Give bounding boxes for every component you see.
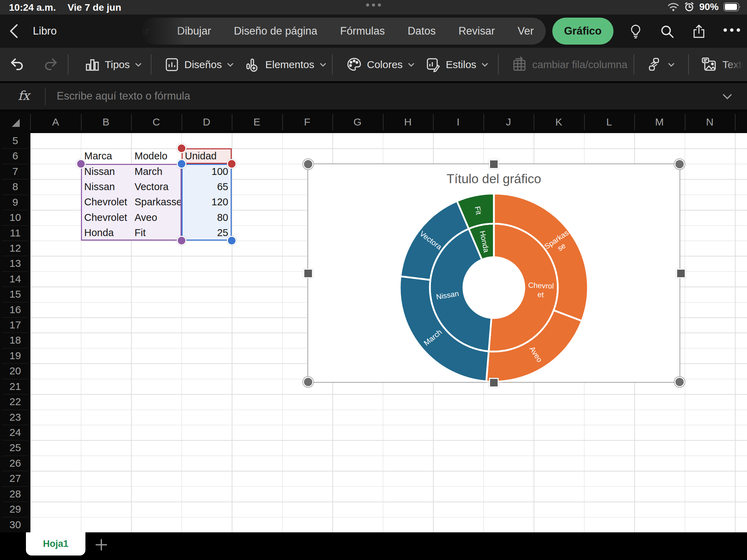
ideas-lightbulb-icon[interactable]	[628, 24, 644, 39]
row-header-26[interactable]: 26	[0, 456, 30, 471]
chevron-down-icon	[319, 60, 327, 69]
row-header-16[interactable]: 16	[0, 302, 30, 317]
values-handle-bottom-right[interactable]	[227, 236, 237, 245]
chart-layouts-button[interactable]: Diseños	[164, 48, 234, 81]
cell-marca-header[interactable]: Marca	[84, 148, 112, 164]
column-header-C[interactable]: C	[153, 116, 160, 128]
tab-diseño-de-página[interactable]: Diseño de página	[234, 25, 317, 37]
more-ellipsis-icon[interactable]	[723, 28, 741, 32]
chart-types-button[interactable]: Tipos	[84, 48, 142, 81]
column-header-G[interactable]: G	[353, 116, 361, 128]
formula-expand-chevron-icon[interactable]	[721, 91, 734, 102]
header-separator	[383, 114, 384, 130]
chart-handle-top-right[interactable]	[674, 159, 685, 169]
row-header-29[interactable]: 29	[0, 502, 30, 517]
column-header-M[interactable]: M	[655, 116, 664, 128]
column-header-H[interactable]: H	[404, 116, 412, 128]
tab-ver[interactable]: Ver	[518, 25, 534, 37]
column-header-B[interactable]: B	[102, 116, 109, 128]
chart-colors-button[interactable]: Colores	[346, 48, 415, 81]
chart-handle-bottom-right[interactable]	[674, 377, 685, 387]
chart-handle-left[interactable]	[303, 269, 313, 278]
column-header-J[interactable]: J	[506, 116, 511, 128]
chart-styles-button[interactable]: Estilos	[425, 48, 489, 81]
select-all-corner[interactable]	[10, 118, 21, 128]
column-header-F[interactable]: F	[304, 116, 310, 128]
search-icon[interactable]	[659, 24, 675, 39]
row-header-12[interactable]: 12	[0, 241, 30, 256]
undo-button[interactable]	[9, 48, 26, 81]
tab-insertar-clipped[interactable]: tar	[136, 25, 149, 38]
row-header-21[interactable]: 21	[0, 379, 30, 394]
chart-handle-top-left[interactable]	[303, 159, 313, 169]
add-sheet-button[interactable]	[94, 538, 109, 552]
row-header-19[interactable]: 19	[0, 348, 30, 363]
tab-fórmulas[interactable]: Fórmulas	[340, 25, 385, 37]
cell-modelo-header[interactable]: Modelo	[135, 148, 167, 164]
ribbon-tab-bar: Libro tar DibujarDiseño de páginaFórmula…	[0, 15, 747, 48]
row-header-24[interactable]: 24	[0, 425, 30, 440]
row-header-5[interactable]: 5	[0, 133, 30, 148]
row-header-30[interactable]: 30	[0, 517, 30, 532]
row-header-20[interactable]: 20	[0, 363, 30, 379]
gridline	[30, 517, 747, 518]
row-header-28[interactable]: 28	[0, 486, 30, 502]
row-header-25[interactable]: 25	[0, 440, 30, 455]
column-header-N[interactable]: N	[706, 116, 713, 128]
chart-handle-bottom-left[interactable]	[303, 377, 313, 387]
tab-datos[interactable]: Datos	[408, 25, 436, 37]
chart-handle-bottom[interactable]	[489, 378, 499, 388]
header-handle-bottom-right[interactable]	[227, 159, 237, 169]
models-handle-top-left[interactable]	[76, 159, 86, 169]
chart-object[interactable]: Título del gráfico ChevroletSparkasseAve…	[307, 164, 680, 383]
row-header-13[interactable]: 13	[0, 256, 30, 271]
undo-icon	[9, 56, 26, 73]
row-header-7[interactable]: 7	[0, 164, 30, 179]
chart-handle-top[interactable]	[489, 159, 499, 169]
workbook-title[interactable]: Libro	[33, 25, 57, 37]
column-header-E[interactable]: E	[253, 116, 260, 128]
tab-revisar[interactable]: Revisar	[459, 25, 495, 37]
row-header-8[interactable]: 8	[0, 179, 30, 194]
chart-elements-button[interactable]: Elementos	[244, 48, 327, 81]
column-header-I[interactable]: I	[457, 116, 460, 128]
row-header-6[interactable]: 6	[0, 148, 30, 164]
back-button[interactable]	[8, 23, 19, 39]
header-separator	[2, 379, 28, 379]
row-header-22[interactable]: 22	[0, 394, 30, 409]
row-header-23[interactable]: 23	[0, 410, 30, 425]
values-handle-top-left[interactable]	[177, 159, 186, 169]
tab-dibujar[interactable]: Dibujar	[177, 25, 211, 37]
chart-title[interactable]: Título del gráfico	[308, 172, 680, 186]
column-header-D[interactable]: D	[203, 116, 210, 128]
column-header-L[interactable]: L	[606, 116, 612, 128]
chart-handle-right[interactable]	[676, 269, 686, 278]
column-header-K[interactable]: K	[555, 116, 562, 128]
header-separator	[2, 164, 28, 164]
excel-ipad-app: { "status_bar": { "time": "10:24 a.m.", …	[0, 0, 747, 560]
row-header-27[interactable]: 27	[0, 471, 30, 486]
share-icon[interactable]	[691, 24, 707, 39]
switch-row-column-button[interactable]: cambiar fila/columna	[511, 48, 627, 81]
row-header-14[interactable]: 14	[0, 271, 30, 287]
sheet-grid[interactable]: MarcaModeloUnidadNissanMarch100NissanVec…	[30, 133, 747, 532]
redo-button[interactable]	[42, 48, 59, 81]
battery-percent: 90%	[699, 1, 719, 12]
row-header-18[interactable]: 18	[0, 333, 30, 348]
selection-border-models	[81, 164, 182, 241]
row-header-9[interactable]: 9	[0, 195, 30, 210]
models-handle-bottom-right[interactable]	[177, 236, 186, 245]
row-header-17[interactable]: 17	[0, 317, 30, 333]
sunburst-chart[interactable]: ChevroletSparkasseAveoNissanMarchVectora…	[308, 164, 681, 383]
row-header-15[interactable]: 15	[0, 287, 30, 302]
header-handle-top-left[interactable]	[177, 143, 186, 153]
sheet-tab-hoja1[interactable]: Hoja1	[26, 532, 85, 556]
row-header-11[interactable]: 11	[0, 225, 30, 241]
gridline	[30, 394, 747, 395]
formula-input[interactable]: fx Escribe aquí texto o fórmula	[0, 83, 747, 110]
row-header-10[interactable]: 10	[0, 210, 30, 225]
arrange-button[interactable]	[646, 48, 675, 81]
multitask-dots-icon[interactable]	[366, 3, 381, 7]
tab-grafico-active[interactable]: Gráfico	[552, 18, 614, 45]
column-header-A[interactable]: A	[52, 116, 59, 128]
